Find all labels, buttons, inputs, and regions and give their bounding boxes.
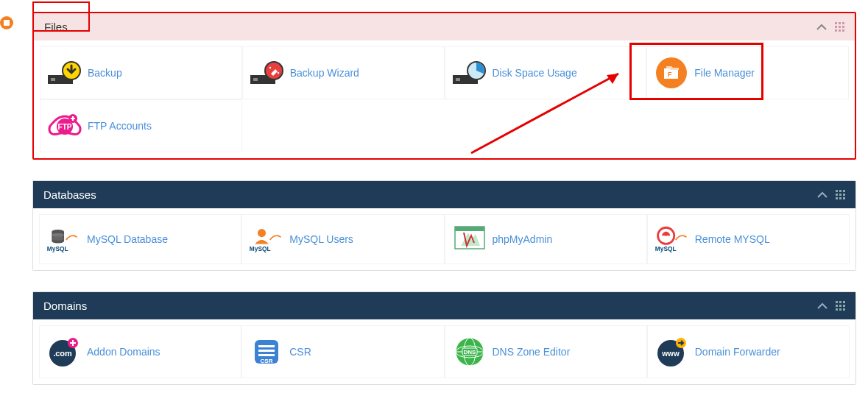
drag-handle-icon[interactable] [835,22,844,32]
item-phpmyadmin[interactable]: phpMyAdmin [445,214,647,264]
svg-rect-3 [51,78,55,81]
item-mysql-users[interactable]: MySQL MySQL Users [241,214,444,264]
item-disk-space[interactable]: Disk Space Usage [445,46,647,99]
item-file-manager[interactable]: F File Manager [646,46,849,99]
svg-text:.com: .com [53,349,72,358]
item-csr[interactable]: CSR CSR [241,325,444,378]
ftp-accounts-icon: FTP [46,110,83,141]
item-backup-wizard[interactable]: Backup Wizard [242,46,445,99]
svg-text:F: F [668,71,672,78]
panel-domains: Domains .com Addon Domains [32,291,856,385]
panel-databases-body: MySQL MySQL Database MySQL MySQL Users [33,208,855,270]
item-csr-label: CSR [289,346,311,358]
collapse-icon[interactable] [816,300,828,312]
svg-text:DNS: DNS [463,349,476,355]
svg-text:FTP: FTP [58,123,72,131]
panel-files-header[interactable]: Files Files [34,13,855,40]
item-ftp-accounts[interactable]: FTP FTP Accounts [40,99,242,152]
file-manager-icon: F [653,57,690,88]
svg-rect-36 [258,345,275,347]
svg-rect-29 [455,227,484,231]
svg-text:MySQL: MySQL [250,245,271,252]
svg-point-10 [269,67,271,68]
svg-rect-37 [258,350,275,352]
item-addon-domains[interactable]: .com Addon Domains [39,325,241,378]
item-ftp-accounts-label: FTP Accounts [88,120,152,132]
domain-fwd-icon: www [654,336,691,367]
panel-files-title: Files [44,21,816,33]
panel-files-body: Backup Backup Wizard [34,40,855,158]
svg-rect-38 [258,354,275,356]
phpmyadmin-icon [451,225,488,253]
svg-text:MySQL: MySQL [655,245,677,252]
collapse-icon[interactable] [816,189,828,201]
svg-point-26 [258,229,266,237]
csr-icon: CSR [248,337,285,367]
sidebar-orange-icon [0,16,13,29]
remote-mysql-icon: MySQL [654,225,691,253]
item-domain-fwd-label: Domain Forwarder [695,346,780,358]
item-backup-label: Backup [88,67,122,79]
svg-rect-13 [456,78,460,81]
item-remote-mysql[interactable]: MySQL Remote MYSQL [647,214,850,264]
item-backup[interactable]: Backup [40,46,242,99]
drag-handle-icon[interactable] [836,190,845,199]
addon-domains-icon: .com [46,336,82,367]
dns-zone-icon: DNS [451,336,488,367]
panel-databases-title: Databases [43,188,816,201]
mysql-users-icon: MySQL [248,225,285,253]
svg-text:MySQL: MySQL [47,245,68,252]
item-remote-mysql-label: Remote MYSQL [695,233,770,245]
item-phpmyadmin-label: phpMyAdmin [493,233,553,245]
panel-files: Files Files Backup [32,12,856,160]
item-mysql-users-label: MySQL Users [289,233,353,245]
panel-databases: Databases MySQL MySQL Database [32,180,856,271]
item-dns-zone-label: DNS Zone Editor [493,346,571,358]
svg-point-11 [278,72,279,74]
item-addon-domains-label: Addon Domains [87,346,160,358]
backup-wizard-icon [249,60,286,85]
svg-point-24 [52,236,64,241]
panel-domains-title: Domains [43,300,816,312]
item-file-manager-label: File Manager [694,67,755,79]
disk-space-icon [451,60,488,85]
svg-rect-7 [253,78,258,81]
drag-handle-icon[interactable] [836,301,845,311]
panel-domains-body: .com Addon Domains CSR CSR [33,319,855,384]
item-mysql-database-label: MySQL Database [87,233,168,245]
svg-rect-1 [4,20,10,26]
files-title-highlight: Files [32,1,90,32]
panel-domains-header[interactable]: Domains [33,292,855,319]
mysql-database-icon: MySQL [46,225,82,253]
panel-databases-header[interactable]: Databases [33,181,855,208]
item-dns-zone[interactable]: DNS DNS Zone Editor [445,325,647,378]
backup-icon [46,60,83,85]
item-disk-space-label: Disk Space Usage [493,67,577,79]
item-domain-fwd[interactable]: www Domain Forwarder [647,325,850,378]
svg-text:www: www [661,350,680,358]
svg-text:CSR: CSR [261,358,273,364]
item-backup-wizard-label: Backup Wizard [290,67,359,79]
item-mysql-database[interactable]: MySQL MySQL Database [39,214,241,264]
collapse-icon[interactable] [816,21,828,33]
